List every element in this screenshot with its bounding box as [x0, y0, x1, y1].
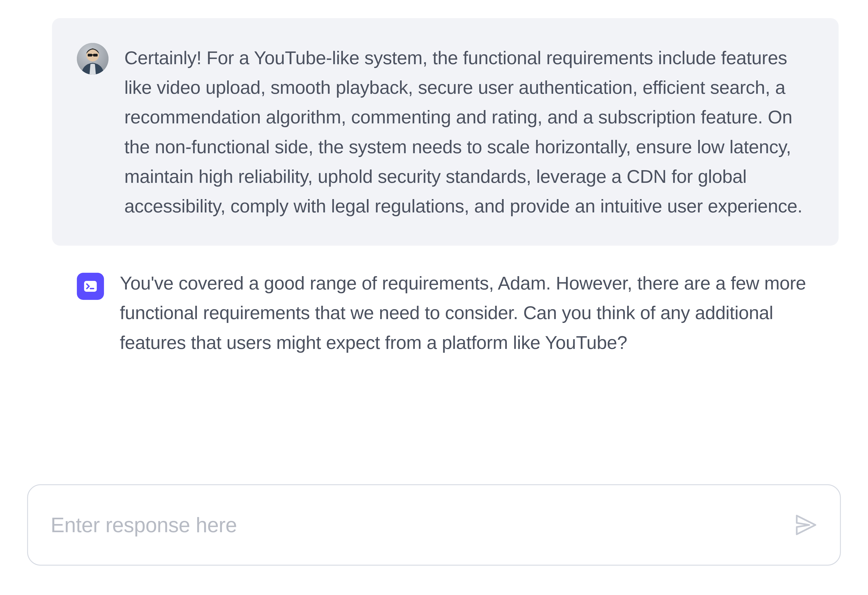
send-button[interactable] — [793, 511, 819, 539]
message-row-user: Certainly! For a YouTube-like system, th… — [52, 18, 838, 246]
avatar — [77, 43, 108, 75]
user-avatar-icon — [77, 43, 108, 75]
svg-rect-5 — [84, 281, 97, 292]
user-message-bubble: Certainly! For a YouTube-like system, th… — [52, 18, 838, 246]
user-message-text: Certainly! For a YouTube-like system, th… — [124, 43, 814, 221]
svg-rect-4 — [92, 54, 94, 55]
response-input-bar — [27, 484, 841, 566]
response-input[interactable] — [51, 513, 793, 537]
svg-rect-2 — [88, 54, 92, 56]
send-icon — [794, 513, 818, 538]
chat-page: Certainly! For a YouTube-like system, th… — [0, 0, 868, 595]
message-row-assistant: You've covered a good range of requireme… — [52, 268, 838, 357]
assistant-avatar — [77, 273, 104, 300]
assistant-message-text: You've covered a good range of requireme… — [120, 268, 814, 357]
chat-thread: Certainly! For a YouTube-like system, th… — [52, 18, 838, 380]
terminal-icon — [83, 279, 97, 293]
assistant-message: You've covered a good range of requireme… — [52, 268, 838, 357]
svg-rect-3 — [93, 54, 97, 56]
